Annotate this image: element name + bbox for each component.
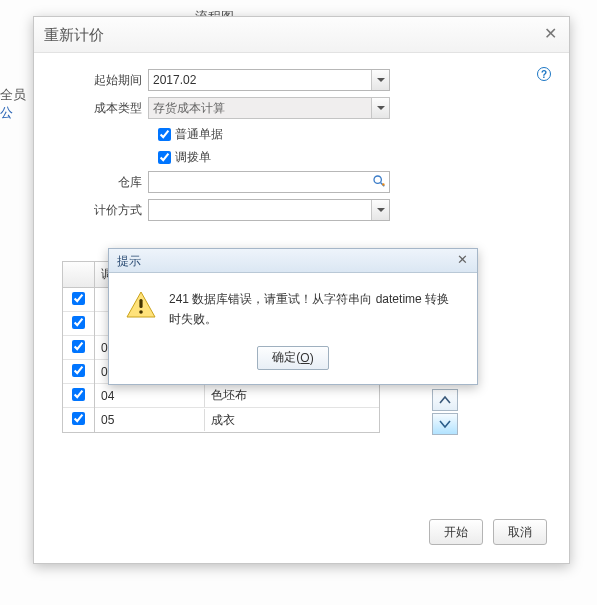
- dialog-footer: 开始 取消: [429, 519, 547, 545]
- row-valuation: 计价方式: [62, 199, 541, 221]
- row-cost-type: 成本类型: [62, 97, 541, 119]
- row-checkbox[interactable]: [72, 340, 85, 353]
- row-checkbox[interactable]: [72, 412, 85, 425]
- alert-footer: 确定(O): [109, 340, 477, 384]
- th-check: [63, 262, 95, 287]
- alert-dialog: 提示 241 数据库错误，请重试！从字符串向 datetime 转换时失败。 确…: [108, 248, 478, 385]
- label-start-period: 起始期间: [62, 72, 148, 89]
- alert-title: 提示: [117, 249, 141, 273]
- label-valuation: 计价方式: [62, 202, 148, 219]
- move-up-button[interactable]: [432, 389, 458, 411]
- row-chk-transfer: 调拨单: [154, 148, 541, 167]
- help-icon[interactable]: [537, 67, 551, 81]
- cost-type-combo: [148, 97, 390, 119]
- alert-message: 241 数据库错误，请重试！从字符串向 datetime 转换时失败。: [169, 289, 461, 330]
- row-checkbox[interactable]: [72, 292, 85, 305]
- row-chk-normal: 普通单据: [154, 125, 541, 144]
- ok-button[interactable]: 确定(O): [257, 346, 329, 370]
- cancel-button[interactable]: 取消: [493, 519, 547, 545]
- label-chk-transfer: 调拨单: [175, 149, 211, 166]
- valuation-combo[interactable]: [148, 199, 390, 221]
- close-icon[interactable]: [541, 26, 559, 44]
- row-warehouse: 仓库: [62, 171, 541, 193]
- svg-rect-4: [139, 299, 142, 308]
- row-checkbox[interactable]: [72, 388, 85, 401]
- chk-transfer-doc[interactable]: [158, 151, 171, 164]
- alert-titlebar[interactable]: 提示: [109, 249, 477, 273]
- start-button[interactable]: 开始: [429, 519, 483, 545]
- move-down-button[interactable]: [432, 413, 458, 435]
- chk-normal-doc[interactable]: [158, 128, 171, 141]
- dialog-title: 重新计价: [44, 17, 104, 53]
- table-row[interactable]: 05成衣: [63, 408, 379, 432]
- label-cost-type: 成本类型: [62, 100, 148, 117]
- row-checkbox[interactable]: [72, 316, 85, 329]
- chevron-down-icon: [371, 98, 389, 118]
- chevron-down-icon[interactable]: [371, 70, 389, 90]
- row-start-period: 起始期间: [62, 69, 541, 91]
- start-period-combo[interactable]: [148, 69, 390, 91]
- cell-name: 成衣: [205, 408, 379, 433]
- chevron-down-icon[interactable]: [371, 200, 389, 220]
- cell-code: 04: [95, 385, 205, 407]
- label-chk-normal: 普通单据: [175, 126, 223, 143]
- label-warehouse: 仓库: [62, 174, 148, 191]
- svg-point-2: [382, 183, 384, 185]
- table-row[interactable]: 04色坯布: [63, 384, 379, 408]
- svg-point-0: [374, 176, 381, 183]
- row-checkbox[interactable]: [72, 364, 85, 377]
- cell-name: 色坯布: [205, 383, 379, 408]
- search-icon[interactable]: [372, 174, 386, 188]
- close-icon[interactable]: [455, 254, 469, 268]
- svg-point-5: [139, 310, 143, 314]
- alert-body: 241 数据库错误，请重试！从字符串向 datetime 转换时失败。: [109, 273, 477, 340]
- dialog-titlebar[interactable]: 重新计价: [34, 17, 569, 53]
- cell-code: 05: [95, 409, 205, 431]
- warehouse-input[interactable]: [148, 171, 390, 193]
- warning-icon: [125, 289, 157, 321]
- reorder-buttons: [432, 389, 458, 437]
